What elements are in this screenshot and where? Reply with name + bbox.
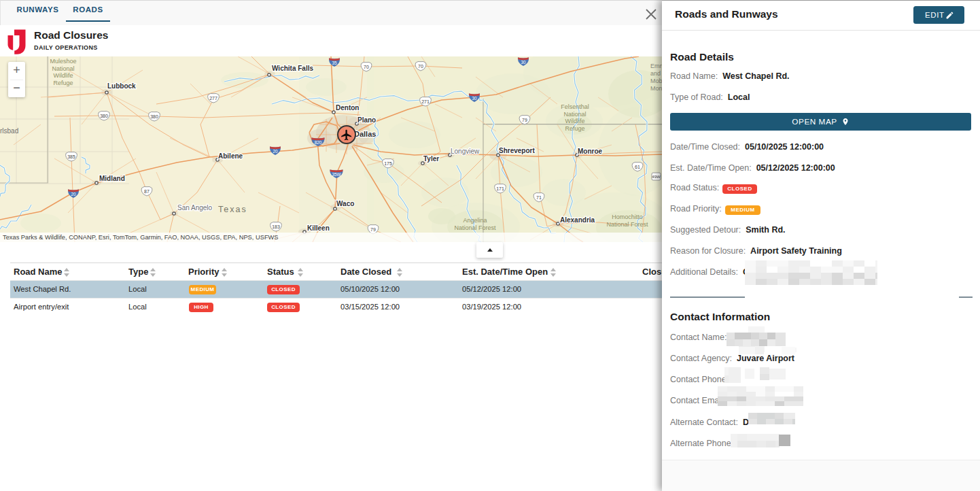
svg-text:380: 380 [100, 114, 108, 118]
svg-text:Refuge: Refuge [565, 125, 584, 132]
svg-text:San Angelo: San Angelo [177, 204, 213, 211]
svg-text:National: National [52, 65, 74, 72]
svg-text:Waco: Waco [336, 200, 354, 207]
svg-text:Shreveport: Shreveport [499, 147, 535, 154]
svg-text:30: 30 [472, 96, 477, 101]
svg-text:and M: and M [650, 70, 662, 77]
svg-text:71: 71 [536, 195, 542, 200]
svg-text:271: 271 [421, 99, 430, 104]
svg-text:Dallas: Dallas [354, 130, 376, 138]
svg-text:79: 79 [522, 118, 527, 122]
svg-text:Plano: Plano [357, 116, 376, 124]
svg-text:Monroe: Monroe [578, 148, 603, 155]
svg-text:380: 380 [150, 114, 158, 119]
svg-text:Mon: Mon [650, 85, 662, 92]
svg-text:277: 277 [209, 96, 217, 101]
svg-text:Refuge: Refuge [53, 80, 73, 86]
svg-text:rlsbad: rlsbad [0, 127, 18, 135]
svg-text:Wichita Falls: Wichita Falls [272, 65, 313, 72]
svg-text:61: 61 [635, 165, 640, 169]
svg-text:Homochitto: Homochitto [612, 214, 643, 220]
svg-text:35: 35 [332, 61, 337, 65]
svg-text:Longview: Longview [451, 148, 480, 155]
svg-text:820: 820 [315, 140, 322, 145]
svg-text:49W: 49W [652, 175, 661, 179]
svg-text:385: 385 [67, 154, 75, 159]
svg-text:Muleshoe: Muleshoe [50, 58, 76, 65]
svg-text:20: 20 [273, 149, 278, 154]
svg-text:National: National [563, 111, 586, 118]
svg-text:Denton: Denton [336, 104, 359, 112]
svg-text:Felsenthal: Felsenthal [561, 103, 589, 110]
svg-text:87: 87 [144, 189, 150, 194]
svg-text:National Forest: National Forest [606, 221, 648, 228]
svg-text:Angelina: Angelina [463, 217, 487, 224]
svg-text:National Forest: National Forest [454, 224, 496, 231]
svg-text:Moble: Moble [650, 78, 662, 84]
svg-text:Emn: Emn [650, 63, 662, 69]
svg-text:Killeen: Killeen [307, 224, 330, 232]
svg-text:30: 30 [521, 60, 526, 65]
svg-text:70: 70 [364, 65, 369, 69]
svg-text:70: 70 [418, 64, 423, 69]
svg-text:171: 171 [496, 186, 504, 191]
svg-text:35W: 35W [332, 172, 341, 177]
svg-text:Wildlife: Wildlife [565, 118, 584, 124]
svg-text:Tyler: Tyler [423, 155, 439, 163]
svg-text:20: 20 [71, 192, 76, 197]
svg-text:Texas: Texas [218, 205, 247, 214]
svg-text:Wildlife: Wildlife [53, 72, 73, 79]
svg-text:183: 183 [272, 224, 280, 229]
svg-text:175: 175 [384, 161, 392, 166]
svg-text:79: 79 [370, 227, 376, 232]
svg-text:Alexandria: Alexandria [560, 216, 595, 224]
svg-text:Lubbock: Lubbock [107, 82, 136, 90]
svg-text:Midland: Midland [99, 175, 125, 182]
svg-text:Abilene: Abilene [218, 152, 243, 160]
